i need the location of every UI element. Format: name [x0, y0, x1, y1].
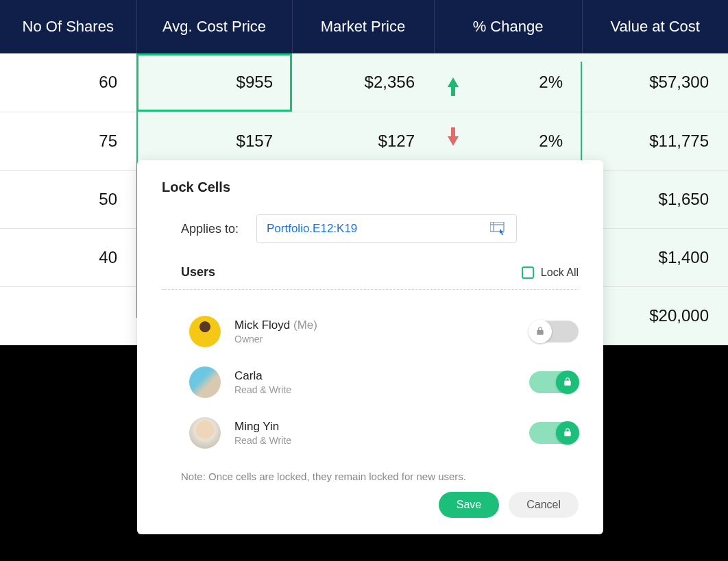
cell-value-at-cost[interactable]: $11,775 [582, 112, 728, 170]
user-name: Mick Floyd (Me) [234, 319, 529, 332]
cell-shares[interactable]: 40 [0, 228, 136, 286]
lock-toggle[interactable] [529, 321, 579, 342]
lock-icon [563, 377, 572, 388]
user-row: Carla Read & Write [189, 357, 579, 408]
range-picker-icon[interactable] [490, 222, 507, 236]
user-name: Ming Yin [234, 420, 529, 434]
user-info: Ming Yin Read & Write [234, 420, 529, 446]
user-row: Ming Yin Read & Write [189, 408, 579, 458]
toggle-knob [529, 320, 552, 343]
user-name: Carla [234, 369, 529, 383]
checkbox-icon [522, 266, 534, 279]
cell-shares[interactable]: 60 [0, 53, 136, 112]
col-header-avg-cost[interactable]: Avg. Cost Price [136, 0, 292, 53]
lock-all-label: Lock All [541, 266, 579, 279]
toggle-knob [556, 371, 579, 394]
lock-all-checkbox[interactable]: Lock All [522, 266, 579, 279]
applies-to-label: Applies to: [181, 222, 256, 236]
change-value: 2% [539, 73, 563, 92]
lock-icon [535, 326, 545, 338]
table-row: 60 $955 $2,356 2% $57,300 [0, 53, 728, 112]
user-role: Read & Write [234, 435, 529, 446]
cell-change[interactable]: 2% [434, 53, 582, 112]
user-role: Read & Write [234, 384, 529, 395]
user-row: Mick Floyd (Me) Owner [189, 306, 579, 357]
cell-shares[interactable]: 75 [0, 112, 136, 170]
avatar [189, 417, 221, 449]
cell-value-at-cost[interactable]: $1,650 [582, 170, 728, 228]
table-header-row: No Of Shares Avg. Cost Price Market Pric… [0, 0, 728, 53]
dialog-title: Lock Cells [162, 179, 579, 195]
cell-market-price[interactable]: $2,356 [292, 53, 434, 112]
col-header-shares[interactable]: No Of Shares [0, 0, 136, 53]
arrow-up-icon [448, 77, 459, 87]
cancel-button[interactable]: Cancel [509, 492, 579, 518]
lock-icon [563, 427, 572, 439]
toggle-knob [556, 421, 579, 445]
user-info: Mick Floyd (Me) Owner [234, 319, 529, 345]
svg-rect-0 [490, 222, 504, 232]
cell-shares[interactable] [0, 286, 136, 345]
user-info: Carla Read & Write [234, 369, 529, 395]
change-value: 2% [539, 132, 563, 151]
user-role: Owner [234, 334, 529, 345]
cell-shares[interactable]: 50 [0, 170, 136, 228]
col-header-market-price[interactable]: Market Price [292, 0, 434, 53]
cell-value-at-cost[interactable]: $57,300 [582, 53, 728, 112]
lock-toggle[interactable] [529, 371, 579, 393]
applies-to-row: Applies to: Portfolio.E12:K19 [162, 214, 579, 243]
save-button[interactable]: Save [439, 492, 499, 518]
lock-cells-dialog: Lock Cells Applies to: Portfolio.E12:K19… [137, 160, 603, 534]
col-header-pct-change[interactable]: % Change [434, 0, 582, 53]
cell-value-at-cost[interactable]: $20,000 [582, 286, 728, 345]
cell-value-at-cost[interactable]: $1,400 [582, 228, 728, 286]
avatar [189, 366, 221, 398]
applies-to-input[interactable]: Portfolio.E12:K19 [256, 214, 517, 243]
cell-avg-cost[interactable]: $955 [136, 53, 292, 112]
avatar [189, 316, 221, 347]
dialog-actions: Save Cancel [162, 492, 579, 518]
dialog-note: Note: Once cells are locked, they remain… [162, 471, 579, 482]
user-list: Mick Floyd (Me) Owner Carla Read & Write [162, 298, 579, 458]
lock-toggle[interactable] [529, 422, 579, 444]
arrow-down-icon [448, 136, 459, 146]
applies-to-value: Portfolio.E12:K19 [267, 222, 357, 236]
users-header: Users Lock All [162, 265, 579, 290]
col-header-value-at-cost[interactable]: Value at Cost [582, 0, 728, 53]
users-label: Users [181, 265, 215, 279]
